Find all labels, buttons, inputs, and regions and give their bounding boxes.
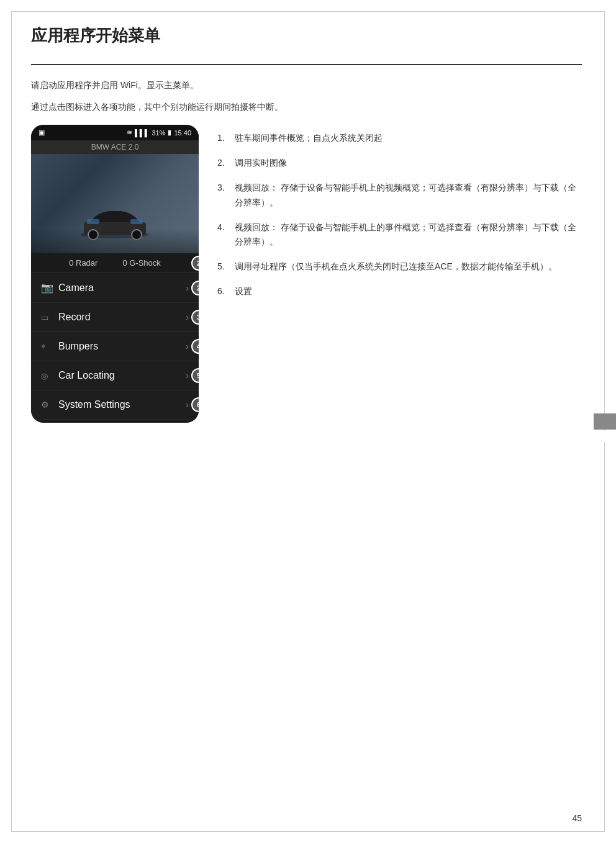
phone-status-left: ▣ <box>38 128 45 137</box>
title-divider <box>31 64 582 65</box>
settings-label: System Settings <box>58 399 186 410</box>
main-content: 应用程序开始菜单 请启动应用程序并启用 WiFi。显示主菜单。 通过点击图标进入… <box>31 25 582 423</box>
menu-item-bumpers[interactable]: ⌖ Bumpers › 4 <box>31 332 199 361</box>
list-item-3: 3. 视频回放： 存储于设备与智能手机上的视频概览；可选择查看（有限分辨率）与下… <box>217 181 582 210</box>
svg-point-3 <box>132 230 142 240</box>
badge-6: 6 <box>191 397 199 412</box>
list-item-2: 2. 调用实时图像 <box>217 156 582 171</box>
phone-radar-bar: 0 Radar 0 G-Shock <box>31 253 199 273</box>
numbered-list: 1. 驻车期间事件概览；自点火系统关闭起 2. 调用实时图像 3. 视频回放： … <box>217 125 582 423</box>
main-row: ▣ ≋ ▌▌▌ 31% ▮ 15:40 BMW ACE 2.0 <box>31 125 582 423</box>
phone-camera-view <box>31 154 199 253</box>
list-number-2: 2. <box>217 156 235 171</box>
radar-bar-wrapper: 0 Radar 0 G-Shock 2 <box>31 253 199 273</box>
list-number-4: 4. <box>217 220 235 250</box>
list-text-2: 调用实时图像 <box>235 156 582 171</box>
list-text-4: 视频回放： 存储于设备与智能手机上的事件概览；可选择查看（有限分辨率）与下载（全… <box>235 220 582 250</box>
list-item-4: 4. 视频回放： 存储于设备与智能手机上的事件概览；可选择查看（有限分辨率）与下… <box>217 220 582 250</box>
car-silhouette-svg <box>78 204 152 241</box>
right-side-tab: 汉 中 <box>594 413 616 430</box>
phone-mockup: ▣ ≋ ▌▌▌ 31% ▮ 15:40 BMW ACE 2.0 <box>31 125 199 423</box>
badge-3: 3 <box>191 310 199 325</box>
list-number-1: 1. <box>217 131 235 146</box>
phone-menu: 📷 Camera › 2 ▭ Record › 3 <box>31 273 199 420</box>
bumpers-icon: ⌖ <box>41 341 58 351</box>
settings-icon: ⚙ <box>41 400 58 410</box>
bumpers-arrow: › <box>186 341 189 351</box>
phone-icon: ▣ <box>38 128 45 137</box>
phone-status-right: ≋ ▌▌▌ 31% ▮ 15:40 <box>127 128 191 137</box>
car-locating-icon: ◎ <box>41 371 58 381</box>
battery-icon: ▮ <box>168 128 171 137</box>
settings-arrow: › <box>186 400 189 410</box>
list-item-1: 1. 驻车期间事件概览；自点火系统关闭起 <box>217 131 582 146</box>
badge-5: 5 <box>191 368 199 383</box>
menu-item-car-locating[interactable]: ◎ Car Locating › 5 <box>31 361 199 390</box>
car-locating-arrow: › <box>186 371 189 381</box>
list-text-3: 视频回放： 存储于设备与智能手机上的视频概览；可选择查看（有限分辨率）与下载（全… <box>235 181 582 210</box>
record-label: Record <box>58 312 186 323</box>
signal-bar: ▌▌▌ <box>135 129 149 137</box>
radar-right: 0 G-Shock <box>122 258 160 268</box>
svg-rect-4 <box>87 219 99 224</box>
camera-arrow: › <box>186 283 189 293</box>
camera-label: Camera <box>58 282 186 294</box>
menu-item-system-settings[interactable]: ⚙ System Settings › 6 <box>31 390 199 420</box>
svg-point-0 <box>81 231 149 238</box>
list-text-6: 设置 <box>235 284 582 299</box>
svg-rect-5 <box>130 219 143 224</box>
page-number: 45 <box>572 813 582 823</box>
radar-left: 0 Radar <box>69 258 97 268</box>
record-arrow: › <box>186 312 189 322</box>
list-text-5: 调用寻址程序（仅当手机在点火系统关闭时已连接至ACE，数据才能传输至手机）。 <box>235 259 582 274</box>
list-item-5: 5. 调用寻址程序（仅当手机在点火系统关闭时已连接至ACE，数据才能传输至手机）… <box>217 259 582 274</box>
phone-status-bar: ▣ ≋ ▌▌▌ 31% ▮ 15:40 <box>31 125 199 140</box>
phone-wrapper: ▣ ≋ ▌▌▌ 31% ▮ 15:40 BMW ACE 2.0 <box>31 125 199 423</box>
phone-header: BMW ACE 2.0 <box>31 140 199 154</box>
svg-point-2 <box>88 230 98 240</box>
list-number-3: 3. <box>217 181 235 210</box>
badge-4: 4 <box>191 339 199 354</box>
battery-percent: 31% <box>152 129 165 137</box>
camera-icon: 📷 <box>41 282 58 294</box>
list-item-6: 6. 设置 <box>217 284 582 299</box>
menu-item-camera[interactable]: 📷 Camera › 2 <box>31 273 199 303</box>
record-icon: ▭ <box>41 313 58 322</box>
car-locating-label: Car Locating <box>58 370 186 381</box>
list-number-6: 6. <box>217 284 235 299</box>
page-border-top <box>11 11 605 12</box>
list-text-1: 驻车期间事件概览；自点火系统关闭起 <box>235 131 582 146</box>
bumpers-label: Bumpers <box>58 341 186 352</box>
wifi-icon: ≋ <box>127 128 132 137</box>
page-title: 应用程序开始菜单 <box>31 25 582 47</box>
status-time: 15:40 <box>174 129 191 137</box>
intro-text-1: 请启动应用程序并启用 WiFi。显示主菜单。 <box>31 78 582 93</box>
list-number-5: 5. <box>217 259 235 274</box>
page-border-left <box>11 11 12 832</box>
page-border-bottom <box>11 831 605 832</box>
badge-2: 2 <box>191 281 199 295</box>
intro-text-2: 通过点击图标进入各项功能，其中个别功能运行期间拍摄将中断。 <box>31 99 582 115</box>
menu-item-record[interactable]: ▭ Record › 3 <box>31 303 199 332</box>
